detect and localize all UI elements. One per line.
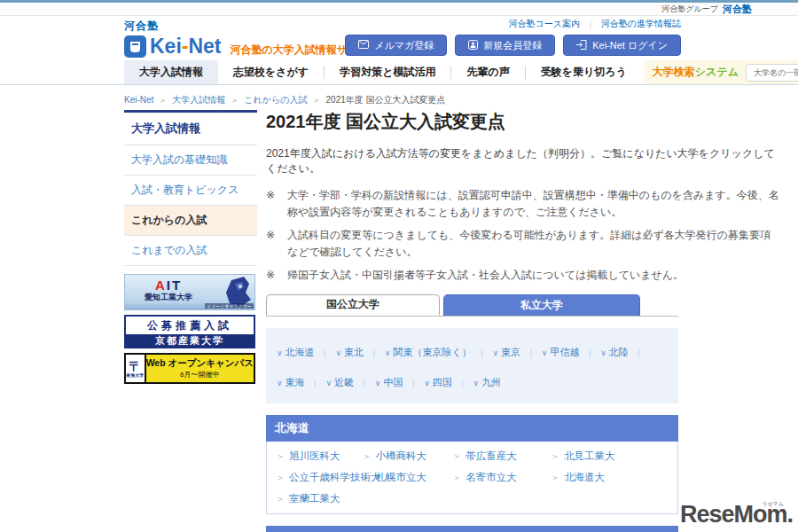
region-link-7[interactable]: ∨近畿 — [325, 377, 354, 387]
university-link[interactable]: ＞名寄市立大 — [452, 471, 551, 484]
nav-item-4[interactable]: 受験を乗り切ろう — [526, 60, 642, 84]
group-brand-link[interactable]: 河合塾 — [723, 3, 752, 16]
region-link-6[interactable]: ∨東海 — [277, 377, 305, 387]
region-link-5[interactable]: ∨北陸 — [600, 347, 629, 357]
chevron-right-icon: ＞ — [276, 451, 285, 461]
member-register-button[interactable]: 新規会員登録 — [455, 35, 555, 56]
region-link-label: 中国 — [383, 377, 403, 387]
note-item: ※入試科目の変更等につきましても、今後変わる可能性があります。詳細は必ず各大学発… — [266, 227, 780, 260]
category-tabs: 国公立大学 私立大学 — [266, 294, 678, 317]
university-link[interactable]: ＞札幌市立大 — [362, 471, 452, 484]
mail-icon — [358, 40, 369, 51]
tokai-opencampus-banner[interactable]: 〒 東海大学 Web オープンキャンパス 6月〜開催中 — [124, 353, 255, 384]
sidebar-item-1[interactable]: 入試・教育トピックス — [124, 176, 257, 206]
note-text: 帰国子女入試・中国引揚者等子女入試・社会人入試については掲載していません。 — [287, 267, 684, 284]
university-search-system-link[interactable]: 大学検索システム — [653, 65, 739, 80]
breadcrumb-item-0[interactable]: Kei-Net — [124, 95, 153, 105]
chevron-right-icon: ＞ — [362, 451, 371, 461]
breadcrumb-separator: ＞ — [231, 96, 239, 105]
region-link-label: 甲信越 — [550, 347, 579, 357]
university-link[interactable]: ＞室蘭工業大 — [276, 492, 362, 505]
note-marker: ※ — [266, 227, 287, 260]
keinet-logo-text: Kei-Net — [150, 35, 222, 59]
section-body: ＞旭川医科大＞小樽商科大＞帯広畜産大＞北見工業大＞公立千歳科学技術大＞札幌市立大… — [266, 442, 678, 514]
note-item: ※大学・学部・学科の新設情報には、設置認可申請中、設置構想中・準備中のものを含み… — [266, 187, 780, 220]
notes: ※大学・学部・学科の新設情報には、設置認可申請中、設置構想中・準備中のものを含み… — [266, 187, 780, 284]
region-link-0[interactable]: ∨北海道 — [277, 347, 315, 357]
site-header: 河合塾 Kei-Net 河合塾の大学入試情報サイト 河合塾コース案内｜河合塾の進… — [0, 16, 798, 60]
university-link-label: 名寄市立大 — [466, 472, 517, 482]
university-link[interactable]: ＞旭川医科大 — [276, 450, 362, 463]
university-link-label: 旭川医科大 — [289, 450, 340, 461]
nav-item-0[interactable]: 大学入試情報 — [124, 60, 218, 84]
region-link-1[interactable]: ∨東北 — [335, 347, 364, 357]
group-label: 河合塾グループ — [661, 4, 718, 15]
section-header: 北海道 — [266, 415, 678, 442]
sidebar-banners: AIT 愛知工業大学 イメージキャラクター 公募推薦入試 京都産業大学 〒 東海… — [124, 274, 257, 384]
main-content: 2021年度 国公立大入試変更点 2021年度入試における入試方法等の変更をまと… — [266, 110, 780, 532]
region-link-10[interactable]: ∨九州 — [473, 377, 502, 387]
university-link-label: 北見工業大 — [564, 450, 615, 461]
chevron-right-icon: ＞ — [551, 473, 559, 482]
tokai-banner-subtitle: 6月〜開催中 — [180, 370, 219, 379]
region-link-label: 関東（東京除く） — [393, 347, 471, 357]
region-link-8[interactable]: ∨中国 — [375, 377, 403, 387]
region-link-label: 近畿 — [334, 377, 354, 387]
region-link-9[interactable]: ∨四国 — [424, 377, 452, 387]
sidebar-item-2[interactable]: これからの入試 — [124, 206, 257, 236]
utility-bar: 河合塾グループ 河合塾 — [0, 3, 798, 16]
ait-logo-text: AIT — [145, 278, 192, 292]
region-link-label: 北海道 — [286, 347, 315, 357]
tab-national-public[interactable]: 国公立大学 — [266, 294, 440, 316]
breadcrumb-item-1[interactable]: 大学入試情報 — [172, 95, 225, 105]
resemom-watermark: ReseMom. リセマム — [680, 501, 793, 528]
university-link[interactable]: ＞帯広畜産大 — [452, 450, 551, 463]
university-link-label: 札幌市立大 — [375, 472, 426, 482]
chevron-right-icon: ＞ — [362, 473, 371, 482]
nav-item-3[interactable]: 先輩の声 — [451, 60, 524, 84]
region-link-4[interactable]: ∨甲信越 — [542, 347, 580, 357]
kyoto-banner-headline: 公募推薦入試 — [126, 317, 254, 334]
chevron-down-icon: ∨ — [325, 379, 332, 387]
university-link[interactable]: ＞小樽商科大 — [362, 450, 452, 463]
sidebar-header[interactable]: 大学入試情報 — [124, 110, 257, 145]
nav-item-2[interactable]: 学習対策と模試活用 — [325, 60, 450, 84]
member-icon — [468, 40, 478, 51]
region-separator: ｜ — [585, 348, 594, 357]
region-separator: ｜ — [458, 378, 467, 387]
university-link[interactable]: ＞公立千歳科学技術大 — [276, 471, 362, 484]
sidebar-item-3[interactable]: これまでの入試 — [124, 236, 257, 266]
region-link-label: 北陸 — [609, 347, 629, 357]
region-section: 東北＞青森県立保健大＞青森公立大＞弘前大＞岩手大＞岩手県立大＞東北大＞宮城大＞宮… — [266, 526, 678, 532]
region-link-3[interactable]: ∨東京 — [492, 347, 520, 357]
login-button[interactable]: Kei-Net ログイン — [563, 35, 681, 56]
university-search-input[interactable] — [752, 67, 798, 78]
region-separator: ｜ — [360, 378, 369, 387]
kyoto-sangyo-banner[interactable]: 公募推薦入試 京都産業大学 — [124, 315, 255, 348]
site-logo[interactable]: 河合塾 Kei-Net 河合塾の大学入試情報サイト — [124, 19, 370, 59]
chevron-right-icon: ＞ — [276, 494, 285, 504]
university-link[interactable]: ＞北海道大 — [551, 471, 669, 484]
chevron-right-icon: ＞ — [452, 451, 461, 461]
sidebar-item-0[interactable]: 大学入試の基礎知識 — [124, 145, 257, 176]
university-link[interactable]: ＞北見工業大 — [551, 450, 669, 463]
breadcrumb-item-2[interactable]: これからの入試 — [244, 95, 307, 105]
tokai-logo-icon: 〒 — [129, 360, 141, 372]
login-icon — [576, 40, 587, 51]
note-item: ※帰国子女入試・中国引揚者等子女入試・社会人入試については掲載していません。 — [266, 267, 780, 284]
breadcrumb-separator: ＞ — [313, 96, 321, 105]
mailmag-register-button[interactable]: メルマガ登録 — [345, 35, 447, 56]
ait-caption: イメージキャラクター — [205, 303, 254, 309]
header-link-magazine[interactable]: 河合塾の進学情報誌 — [601, 19, 681, 28]
chevron-down-icon: ∨ — [277, 379, 283, 387]
tab-private[interactable]: 私立大学 — [443, 294, 640, 316]
note-text: 大学・学部・学科の新設情報には、設置認可申請中、設置構想中・準備中のものを含みま… — [287, 187, 780, 220]
region-filter-box: ∨北海道｜∨東北｜∨関東（東京除く）｜∨東京｜∨甲信越｜∨北陸｜∨東海｜∨近畿｜… — [266, 328, 678, 403]
link-separator: ｜ — [586, 19, 595, 28]
region-link-2[interactable]: ∨関東（東京除く） — [385, 347, 472, 357]
ait-university-banner[interactable]: AIT 愛知工業大学 イメージキャラクター — [124, 274, 255, 310]
header-link-course[interactable]: 河合塾コース案内 — [509, 19, 580, 28]
nav-item-1[interactable]: 志望校をさがす — [218, 60, 324, 84]
intro-text: 2021年度入試における入試方法等の変更をまとめました（判明分）。ご覧になりたい… — [266, 146, 780, 176]
kyoto-banner-university: 京都産業大学 — [126, 334, 254, 347]
